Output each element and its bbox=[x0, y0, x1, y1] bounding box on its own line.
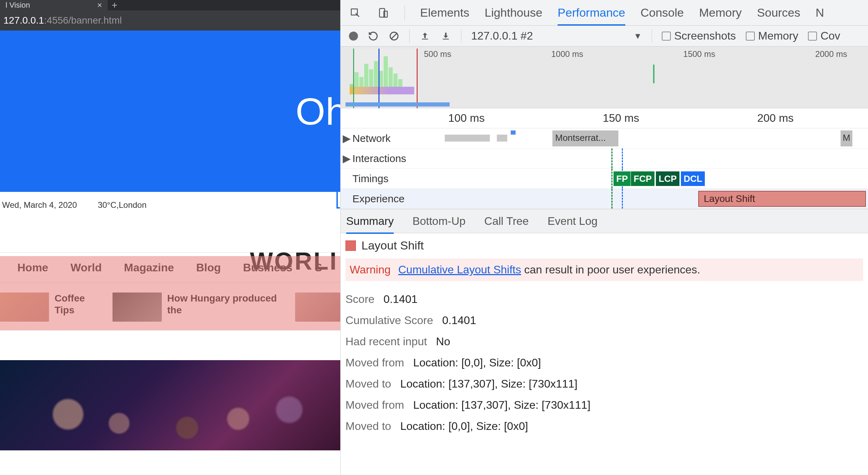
warning-row: Warning Cumulative Layout Shifts can res… bbox=[345, 258, 863, 281]
screenshots-checkbox[interactable]: Screenshots bbox=[662, 29, 736, 42]
kv-row: Had recent inputNo bbox=[345, 331, 863, 352]
card-thumb bbox=[295, 292, 340, 322]
upload-icon[interactable] bbox=[419, 31, 431, 42]
row-interactions[interactable]: ▶ Interactions bbox=[341, 149, 868, 169]
kv-row: Moved fromLocation: [137,307], Size: [73… bbox=[345, 395, 863, 416]
kv-row: Moved fromLocation: [0,0], Size: [0x0] bbox=[345, 352, 863, 373]
hero-banner: Oh bbox=[0, 31, 340, 192]
kv-row: Cumulative Score0.1401 bbox=[345, 310, 863, 331]
clear-icon[interactable] bbox=[389, 31, 400, 42]
warning-label: Warning bbox=[350, 263, 391, 276]
tab-performance[interactable]: Performance bbox=[558, 6, 625, 26]
record-button[interactable] bbox=[349, 32, 358, 41]
timing-dcl[interactable]: DCL bbox=[681, 171, 705, 186]
dtab-summary[interactable]: Summary bbox=[346, 215, 394, 234]
selection-caret bbox=[336, 189, 340, 209]
flame-rows: ▶ Network Montserrat... M ▶ Interactions bbox=[341, 128, 868, 209]
disclosure-icon[interactable]: ▶ bbox=[343, 152, 350, 164]
profile-name: 127.0.0.1 #2 bbox=[471, 29, 533, 42]
timing-lcp[interactable]: LCP bbox=[656, 171, 679, 186]
download-icon[interactable] bbox=[440, 31, 451, 42]
meta-row: Wed, March 4, 2020 30°C,London bbox=[0, 192, 340, 213]
kv-row: Score0.1401 bbox=[345, 289, 863, 310]
tab-memory[interactable]: Memory bbox=[699, 6, 742, 19]
address-bar[interactable]: 127.0.0.1:4556/banner.html bbox=[0, 10, 340, 31]
card[interactable]: Coffee Tips bbox=[0, 292, 104, 322]
card[interactable]: How Hungary produced the bbox=[112, 292, 287, 322]
kv-row: Moved toLocation: [137,307], Size: [730x… bbox=[345, 373, 863, 395]
card[interactable] bbox=[295, 292, 340, 322]
page-date: Wed, March 4, 2020 bbox=[2, 200, 77, 210]
timing-fcp[interactable]: FCP bbox=[631, 171, 654, 186]
network-block[interactable]: M bbox=[841, 130, 852, 146]
overview-marker bbox=[653, 65, 654, 83]
profile-select[interactable]: 127.0.0.1 #2 ▼ bbox=[471, 29, 642, 42]
nav-item[interactable]: Blog bbox=[196, 261, 221, 274]
overview-mini bbox=[345, 48, 418, 107]
performance-toolbar: 127.0.0.1 #2 ▼ Screenshots Memory Cov bbox=[341, 26, 868, 46]
detail-body: Layout Shift Warning Cumulative Layout S… bbox=[341, 233, 868, 437]
separator bbox=[404, 5, 405, 20]
divider bbox=[0, 330, 340, 330]
disclosure-icon[interactable]: ▶ bbox=[343, 132, 350, 144]
reload-icon[interactable] bbox=[368, 31, 379, 42]
svg-rect-4 bbox=[422, 39, 428, 39]
tab-lighthouse[interactable]: Lighthouse bbox=[485, 6, 542, 19]
event-swatch bbox=[345, 240, 356, 251]
network-block[interactable]: Montserrat... bbox=[552, 130, 618, 146]
card-thumb bbox=[112, 292, 161, 322]
card-title: How Hungary produced the bbox=[167, 292, 287, 316]
svg-rect-5 bbox=[443, 39, 449, 39]
close-icon[interactable]: × bbox=[97, 0, 102, 10]
card-thumb bbox=[0, 292, 49, 322]
dtab-eventlog[interactable]: Event Log bbox=[548, 215, 598, 228]
url-host: 127.0.0.1 bbox=[3, 15, 44, 26]
card-title: Coffee Tips bbox=[55, 292, 104, 316]
network-bar[interactable] bbox=[497, 135, 507, 142]
nav-item[interactable]: Magazine bbox=[124, 261, 174, 274]
tab-sources[interactable]: Sources bbox=[757, 6, 800, 19]
inspect-icon[interactable] bbox=[349, 7, 361, 19]
device-icon[interactable] bbox=[377, 7, 389, 19]
warning-rest: can result in poor user experiences. bbox=[521, 263, 700, 276]
nav-item[interactable]: World bbox=[70, 261, 102, 274]
browser-window: l Vision × + 127.0.0.1:4556/banner.html … bbox=[0, 0, 340, 475]
tab-title: l Vision bbox=[6, 1, 30, 10]
overview-strip bbox=[345, 102, 450, 107]
separator bbox=[409, 29, 410, 43]
cls-link[interactable]: Cumulative Layout Shifts bbox=[398, 263, 521, 276]
separator bbox=[652, 29, 652, 43]
network-bar[interactable] bbox=[511, 130, 516, 135]
row-timings[interactable]: Timings FP FCP LCP DCL bbox=[341, 169, 868, 189]
dtab-bottomup[interactable]: Bottom-Up bbox=[412, 215, 466, 228]
hero-text: Oh bbox=[295, 89, 340, 133]
cards-row: Coffee Tips How Hungary produced the bbox=[0, 283, 340, 330]
new-tab-button[interactable]: + bbox=[108, 0, 122, 11]
timing-fp[interactable]: FP bbox=[614, 171, 631, 186]
overview-timeline[interactable]: 500 ms 1000 ms 1500 ms 2000 ms bbox=[341, 46, 868, 108]
tab-strip: l Vision × + bbox=[0, 0, 340, 10]
devtools-panel: Elements Lighthouse Performance Console … bbox=[340, 0, 868, 475]
row-experience[interactable]: Experience Layout Shift bbox=[341, 189, 868, 209]
network-bar[interactable] bbox=[445, 135, 490, 142]
memory-checkbox[interactable]: Memory bbox=[746, 29, 799, 42]
event-title: Layout Shift bbox=[345, 239, 863, 252]
dtab-calltree[interactable]: Call Tree bbox=[484, 215, 529, 228]
overview-selection[interactable] bbox=[353, 49, 418, 108]
flame-header: 100 ms 150 ms 200 ms bbox=[341, 108, 868, 128]
event-name: Layout Shift bbox=[361, 239, 424, 252]
url-path: :4556/banner.html bbox=[44, 15, 122, 26]
experience-layout-shift[interactable]: Layout Shift bbox=[698, 191, 866, 207]
row-network[interactable]: ▶ Network Montserrat... M bbox=[341, 128, 868, 149]
tab-elements[interactable]: Elements bbox=[420, 6, 469, 19]
site-title: WORLI bbox=[250, 247, 338, 275]
separator bbox=[461, 29, 461, 43]
chevron-down-icon: ▼ bbox=[634, 31, 642, 41]
tab-more[interactable]: N bbox=[816, 6, 824, 19]
coverage-checkbox[interactable]: Cov bbox=[808, 29, 840, 42]
tab-console[interactable]: Console bbox=[641, 6, 684, 19]
page-weather: 30°C,London bbox=[98, 200, 147, 210]
overview-ticks: 500 ms 1000 ms 1500 ms 2000 ms bbox=[424, 49, 868, 59]
browser-tab[interactable]: l Vision × bbox=[0, 0, 108, 10]
nav-item[interactable]: Home bbox=[17, 261, 48, 274]
